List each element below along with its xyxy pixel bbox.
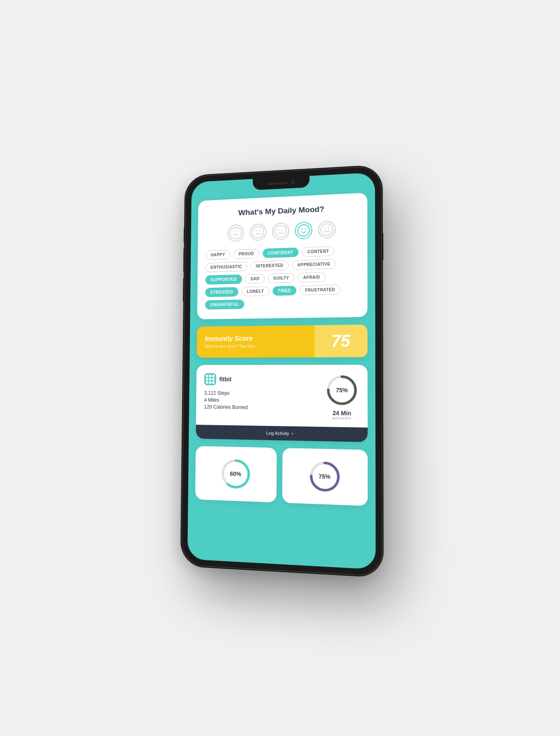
svg-point-11 xyxy=(301,228,302,230)
emoji-very-sad[interactable] xyxy=(227,224,244,242)
tag-interested[interactable]: INTERESTED xyxy=(251,260,289,271)
tag-proud[interactable]: PROUD xyxy=(234,249,259,259)
volume-up-button xyxy=(183,248,185,272)
fitbit-steps: 3,112 Steps xyxy=(204,390,248,396)
volume-down-button xyxy=(183,278,185,302)
speaker xyxy=(267,181,287,184)
tag-guilty[interactable]: GUILTY xyxy=(268,273,295,283)
tag-confident[interactable]: CONFIDENT xyxy=(263,247,299,258)
immunity-subtitle: Want to see more? Tap here xyxy=(205,343,306,348)
phone-mockup: What's My Daily Mood? xyxy=(182,166,382,576)
svg-point-0 xyxy=(230,227,241,239)
tag-content[interactable]: CONTENT xyxy=(302,246,334,257)
svg-point-8 xyxy=(282,229,283,230)
fitbit-percent-label: 75% xyxy=(325,373,359,407)
tag-lonely[interactable]: LONELY xyxy=(241,286,269,296)
scroll-area: What's My Daily Mood? xyxy=(188,184,375,515)
power-button xyxy=(382,232,383,260)
fitbit-card: fitbit 3,112 Steps 4 Miles 120 Calories … xyxy=(196,364,368,442)
bottom-row: 60% 75% xyxy=(195,446,368,506)
mute-button xyxy=(184,228,185,242)
immunity-card[interactable]: Immunity Score Want to see more? Tap her… xyxy=(197,324,368,357)
fitbit-right: 75% 24 Min ACTIVITY xyxy=(325,373,359,421)
mood-tags: HAPPY PROUD CONFIDENT CONTENT ENTHUSIAST… xyxy=(205,245,359,310)
svg-point-2 xyxy=(237,231,238,232)
emoji-neutral[interactable] xyxy=(272,222,289,240)
bottom-card-left[interactable]: 60% xyxy=(195,446,277,502)
activity-min: 24 Min xyxy=(332,409,351,416)
bottom-circle-right: 75% xyxy=(307,459,341,494)
bottom-right-label: 75% xyxy=(307,459,341,494)
screen-content: What's My Daily Mood? xyxy=(187,172,376,570)
fitbit-content: fitbit 3,112 Steps 4 Miles 120 Calories … xyxy=(196,364,368,427)
camera xyxy=(291,180,295,184)
tag-tired[interactable]: TIRED xyxy=(273,286,297,296)
immunity-side: 75 xyxy=(314,324,368,357)
fitbit-left: fitbit 3,112 Steps 4 Miles 120 Calories … xyxy=(204,373,248,411)
fitbit-logo-dots xyxy=(206,374,214,384)
svg-point-5 xyxy=(259,230,261,231)
phone-frame: What's My Daily Mood? xyxy=(182,166,382,576)
activity-text: ACTIVITY xyxy=(332,416,351,421)
tag-afraid[interactable]: AFRAID xyxy=(298,272,326,282)
svg-point-10 xyxy=(298,224,309,236)
log-activity-arrow: › xyxy=(292,430,293,436)
emoji-sad[interactable] xyxy=(250,223,267,241)
svg-point-12 xyxy=(305,228,306,230)
svg-point-13 xyxy=(321,223,333,235)
tag-happy[interactable]: HAPPY xyxy=(205,249,230,259)
immunity-score: 75 xyxy=(331,331,351,350)
svg-point-4 xyxy=(256,230,257,231)
fitbit-circle-progress: 75% xyxy=(325,373,359,407)
fitbit-name: fitbit xyxy=(219,376,231,382)
phone-screen: What's My Daily Mood? xyxy=(187,172,376,570)
svg-point-1 xyxy=(234,231,235,232)
fitbit-header: fitbit xyxy=(204,373,248,385)
tag-sad[interactable]: SAD xyxy=(245,274,265,284)
fitbit-footer[interactable]: Log Activity › xyxy=(196,425,368,442)
bottom-left-label: 60% xyxy=(219,457,252,491)
tag-frustrated[interactable]: FRUSTRATED xyxy=(299,284,341,295)
tag-stressed[interactable]: STRESSED xyxy=(205,287,239,297)
svg-point-14 xyxy=(324,227,326,229)
activity-label: 24 Min ACTIVITY xyxy=(332,409,351,420)
bottom-circle-left: 60% xyxy=(219,457,252,491)
bottom-card-right[interactable]: 75% xyxy=(282,448,368,506)
mood-title: What's My Daily Mood? xyxy=(206,203,359,219)
svg-point-6 xyxy=(275,225,287,237)
fitbit-miles: 4 Miles xyxy=(204,397,248,403)
svg-point-15 xyxy=(328,227,329,228)
tag-supported[interactable]: SUPPORTED xyxy=(205,274,242,285)
immunity-title: Immunity Score xyxy=(205,334,306,342)
mood-card: What's My Daily Mood? xyxy=(197,193,368,319)
immunity-main: Immunity Score Want to see more? Tap her… xyxy=(197,325,314,357)
emoji-row xyxy=(206,220,359,242)
fitbit-icon xyxy=(204,373,216,385)
emoji-happy[interactable] xyxy=(295,221,312,239)
tag-enthusiastic[interactable]: ENTHUSIASTIC xyxy=(205,262,247,272)
emoji-very-happy[interactable] xyxy=(318,220,336,238)
tag-ungrateful[interactable]: UNGRATEFUL xyxy=(205,299,244,309)
svg-point-3 xyxy=(252,226,264,238)
fitbit-calories: 120 Calories Burned xyxy=(204,404,248,410)
svg-point-7 xyxy=(278,229,280,230)
tag-appreciative[interactable]: APPRECIATIVE xyxy=(292,259,336,270)
log-activity-text: Log Activity xyxy=(266,430,289,435)
